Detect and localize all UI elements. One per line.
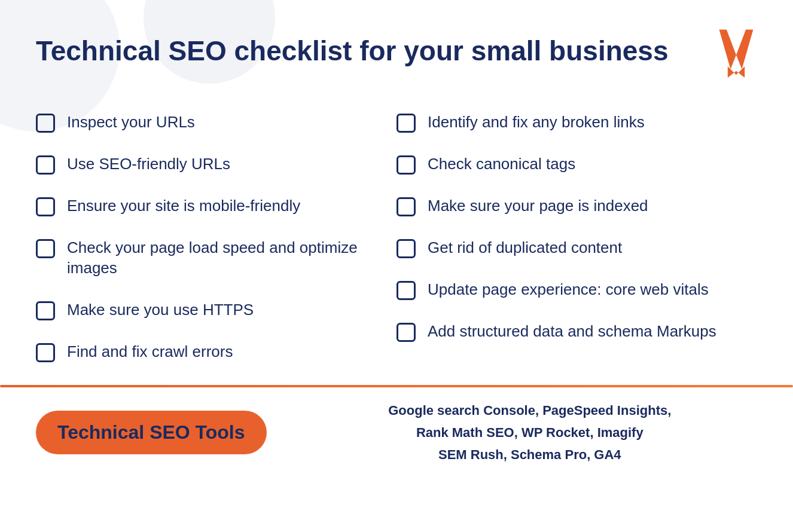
item-text-12: Add structured data and schema Markups [428,322,716,342]
checklist-left-col: Inspect your URLs Use SEO-friendly URLs … [36,102,396,373]
list-item: Add structured data and schema Markups [396,311,757,353]
item-text-9: Make sure your page is indexed [428,196,648,216]
list-item: Update page experience: core web vitals [396,269,757,311]
checkbox-12[interactable] [396,323,416,342]
checkbox-4[interactable] [36,239,55,258]
item-text-4: Check your page load speed and optimize … [67,238,396,279]
list-item: Use SEO-friendly URLs [36,143,396,185]
list-item: Make sure your page is indexed [396,185,757,227]
list-item: Identify and fix any broken links [396,102,757,143]
checkbox-7[interactable] [396,114,416,133]
checkbox-2[interactable] [36,155,55,175]
item-text-10: Get rid of duplicated content [428,238,622,258]
list-item: Get rid of duplicated content [396,227,757,269]
tools-line-1: Google search Console, PageSpeed Insight… [388,403,671,418]
checkbox-5[interactable] [36,301,55,320]
list-item: Check your page load speed and optimize … [36,227,396,289]
item-text-2: Use SEO-friendly URLs [67,154,230,175]
header: Technical SEO checklist for your small b… [36,24,757,78]
item-text-7: Identify and fix any broken links [428,112,645,133]
tools-list: Google search Console, PageSpeed Insight… [303,399,757,466]
list-item: Inspect your URLs [36,102,396,143]
checkbox-10[interactable] [396,239,416,258]
tools-badge: Technical SEO Tools [36,411,267,454]
item-text-3: Ensure your site is mobile-friendly [67,196,300,216]
list-item: Check canonical tags [396,143,757,185]
item-text-6: Find and fix crawl errors [67,342,233,362]
tools-badge-label: Technical SEO Tools [57,421,245,443]
logo-area [715,24,757,78]
checkbox-6[interactable] [36,343,55,362]
page-wrapper: Technical SEO checklist for your small b… [0,0,793,532]
tools-line-3: SEM Rush, Schema Pro, GA4 [438,447,621,462]
item-text-11: Update page experience: core web vitals [428,280,709,300]
list-item: Make sure you use HTTPS [36,289,396,331]
item-text-1: Inspect your URLs [67,112,195,133]
svg-marker-0 [719,29,754,69]
brand-logo-icon [715,24,757,78]
tools-line-2: Rank Math SEO, WP Rocket, Imagify [416,425,643,440]
page-title: Technical SEO checklist for your small b… [36,35,697,67]
checklist-grid: Inspect your URLs Use SEO-friendly URLs … [36,102,757,373]
item-text-5: Make sure you use HTTPS [67,300,254,320]
list-item: Find and fix crawl errors [36,331,396,373]
item-text-8: Check canonical tags [428,154,575,175]
checkbox-11[interactable] [396,281,416,300]
checkbox-9[interactable] [396,197,416,216]
checkbox-3[interactable] [36,197,55,216]
footer: Technical SEO Tools Google search Consol… [0,387,793,478]
checklist-right-col: Identify and fix any broken links Check … [396,102,757,373]
list-item: Ensure your site is mobile-friendly [36,185,396,227]
checkbox-8[interactable] [396,155,416,175]
checkbox-1[interactable] [36,114,55,133]
main-content: Technical SEO checklist for your small b… [0,0,793,373]
